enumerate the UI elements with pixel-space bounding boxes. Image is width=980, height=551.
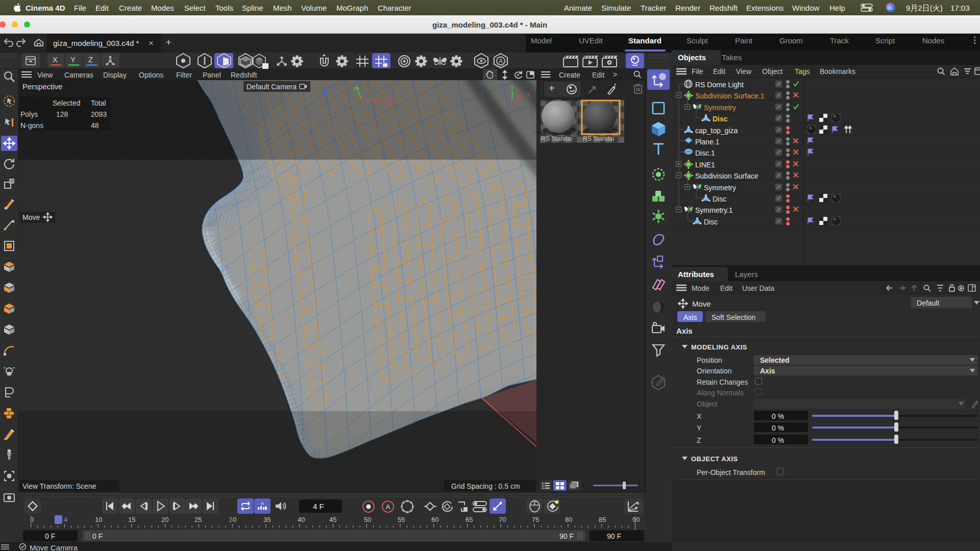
svg-text:A: A xyxy=(386,503,390,511)
svg-text:A: A xyxy=(261,501,264,506)
